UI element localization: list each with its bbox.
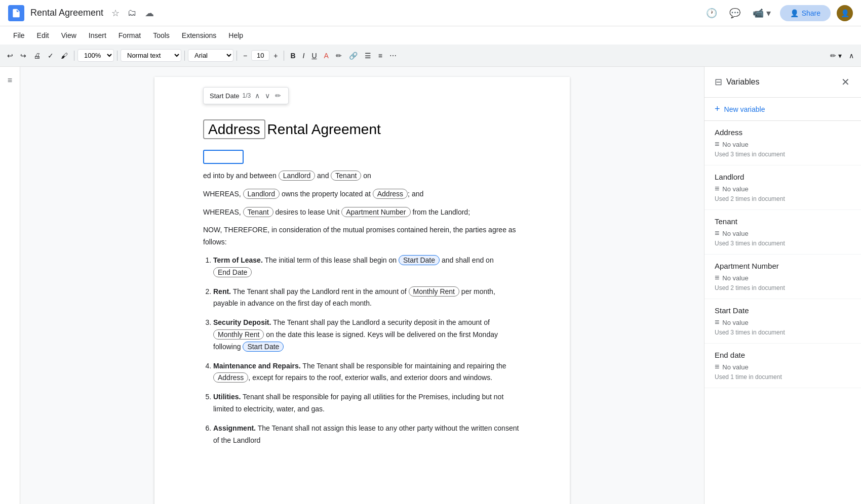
menu-insert[interactable]: Insert xyxy=(84,29,111,41)
var-name-address[interactable]: Address xyxy=(715,128,851,137)
start-date-chip-1[interactable]: Start Date xyxy=(399,255,440,265)
menu-view[interactable]: View xyxy=(56,29,82,41)
undo-button[interactable]: ↩ xyxy=(4,50,16,62)
var-value-text-apt: No value xyxy=(722,274,748,282)
var-name-landlord[interactable]: Landlord xyxy=(715,173,851,181)
doc-area: Start Date 1/3 ∧ ∨ ✏ Address Rental Agre… xyxy=(20,67,704,504)
find-next-button[interactable]: ∨ xyxy=(264,91,271,101)
link-button[interactable]: 🔗 xyxy=(346,50,361,62)
landlord-chip-p1[interactable]: Landlord xyxy=(279,171,316,181)
find-prev-button[interactable]: ∧ xyxy=(254,91,261,101)
var-item-startdate: Start Date ≡ No value Used 3 times in do… xyxy=(705,299,861,344)
var-name-startdate[interactable]: Start Date xyxy=(715,306,851,315)
menu-format[interactable]: Format xyxy=(113,29,146,41)
bold-button[interactable]: B xyxy=(287,50,298,62)
variables-panel: ⊟ Variables ✕ + New variable Address ≡ N… xyxy=(704,67,861,504)
menu-file[interactable]: File xyxy=(8,29,30,41)
para-4: NOW, THEREFORE, in consideration of the … xyxy=(203,224,521,248)
underline-button[interactable]: U xyxy=(308,50,320,62)
para-1: ed into by and between Landlord and Tena… xyxy=(203,170,521,182)
italic-button[interactable]: I xyxy=(300,50,308,62)
cloud-button[interactable]: ☁ xyxy=(143,6,156,21)
var-name-enddate[interactable]: End date xyxy=(715,351,851,359)
history-button[interactable]: 🕐 xyxy=(703,5,720,22)
find-edit-button[interactable]: ✏ xyxy=(274,91,282,101)
find-bar: Start Date 1/3 ∧ ∨ ✏ xyxy=(203,87,289,104)
plus-icon: + xyxy=(715,104,720,114)
redo-button[interactable]: ↪ xyxy=(17,50,29,62)
menu-extensions[interactable]: Extensions xyxy=(177,29,221,41)
user-avatar[interactable]: 👤 xyxy=(837,5,853,21)
edit-mode-button[interactable]: ✏ ▾ xyxy=(827,50,845,62)
sep5 xyxy=(284,51,284,61)
address-chip-p2[interactable]: Address xyxy=(373,189,408,199)
var-name-tenant[interactable]: Tenant xyxy=(715,217,851,226)
share-button[interactable]: 👤 Share xyxy=(780,5,831,21)
highlight-button[interactable]: ✏ xyxy=(333,50,345,62)
spellcheck-button[interactable]: ✓ xyxy=(45,50,57,62)
landlord-chip-p2[interactable]: Landlord xyxy=(243,189,280,199)
sep4 xyxy=(237,51,237,61)
comments-button[interactable]: 💬 xyxy=(726,5,743,22)
font-size-decrease[interactable]: − xyxy=(240,50,250,62)
menu-help[interactable]: Help xyxy=(223,29,248,41)
var-usage-startdate: Used 3 times in document xyxy=(715,329,851,336)
star-button[interactable]: ☆ xyxy=(109,6,122,21)
var-item-address: Address ≡ No value Used 3 times in docum… xyxy=(705,121,861,165)
list-button[interactable]: ☰ xyxy=(362,50,374,62)
style-select[interactable]: Normal text Heading 1 Heading 2 xyxy=(121,49,181,62)
meet-button[interactable]: 📹 ▾ xyxy=(750,5,774,22)
address-variable-chip-title[interactable]: Address xyxy=(203,119,265,139)
monthly-rent-chip-2[interactable]: Monthly Rent xyxy=(213,329,264,340)
toolbar: ↩ ↪ 🖨 ✓ 🖌 100% 75% 125% Normal text Head… xyxy=(0,45,861,67)
monthly-rent-chip-1[interactable]: Monthly Rent xyxy=(409,286,459,297)
address-chip-p4[interactable]: Address xyxy=(213,372,248,383)
tenant-chip-p3[interactable]: Tenant xyxy=(243,207,273,217)
start-date-chip-2[interactable]: Start Date xyxy=(243,342,284,352)
var-item-apt: Apartment Number ≡ No value Used 2 times… xyxy=(705,255,861,299)
cursor-input[interactable] xyxy=(203,150,244,164)
assignment-bold: Assignment. xyxy=(213,424,256,432)
folder-button[interactable]: 🗂 xyxy=(126,6,139,20)
panel-close-button[interactable]: ✕ xyxy=(840,75,851,89)
collapse-toolbar-button[interactable]: ∧ xyxy=(846,50,857,62)
var-value-text-landlord: No value xyxy=(722,185,748,193)
zoom-select[interactable]: 100% 75% 125% xyxy=(77,49,114,62)
end-date-chip-1[interactable]: End Date xyxy=(213,267,252,277)
font-size-increase[interactable]: + xyxy=(270,50,281,62)
var-usage-apt: Used 2 times in document xyxy=(715,284,851,291)
apt-chip-p3[interactable]: Apartment Number xyxy=(341,207,410,217)
font-select[interactable]: Arial Times New Roman xyxy=(188,49,233,62)
term-bold: Term of Lease. xyxy=(213,256,263,264)
text-color-button[interactable]: A xyxy=(321,50,332,62)
tenant-chip-p1[interactable]: Tenant xyxy=(331,171,361,181)
var-value-icon-enddate: ≡ xyxy=(715,362,719,371)
menu-tools[interactable]: Tools xyxy=(148,29,175,41)
para-3: WHEREAS, Tenant desires to lease Unit Ap… xyxy=(203,206,521,219)
var-value-row-startdate: ≡ No value xyxy=(715,318,851,327)
doc-title-area: Address Rental Agreement xyxy=(203,121,521,138)
para-2: WHEREAS, Landlord owns the property loca… xyxy=(203,188,521,200)
menu-edit[interactable]: Edit xyxy=(32,29,54,41)
var-value-text-startdate: No value xyxy=(722,319,748,326)
var-name-apt[interactable]: Apartment Number xyxy=(715,262,851,270)
var-item-enddate: End date ≡ No value Used 1 time in docum… xyxy=(705,344,861,388)
font-size-input[interactable] xyxy=(251,50,269,61)
top-right: 🕐 💬 📹 ▾ 👤 Share 👤 xyxy=(703,5,853,22)
paint-format-button[interactable]: 🖌 xyxy=(58,50,71,62)
more-button[interactable]: ⋯ xyxy=(386,50,400,62)
new-variable-button[interactable]: + New variable xyxy=(705,98,861,121)
doc-title: Rental Agreement xyxy=(30,8,103,18)
find-label: Start Date xyxy=(210,92,240,100)
var-item-landlord: Landlord ≡ No value Used 2 times in docu… xyxy=(705,165,861,210)
maintenance-bold: Maintenance and Repairs. xyxy=(213,362,301,370)
var-value-icon-startdate: ≡ xyxy=(715,318,719,327)
list-numbered-button[interactable]: ≡ xyxy=(375,50,385,62)
title-icons: ☆ 🗂 ☁ xyxy=(109,6,156,21)
rent-bold: Rent. xyxy=(213,287,231,296)
outline-toggle-button[interactable]: ≡ xyxy=(4,72,16,89)
var-usage-tenant: Used 3 times in document xyxy=(715,240,851,247)
outline-panel: ≡ xyxy=(0,67,20,504)
print-button[interactable]: 🖨 xyxy=(30,50,44,62)
var-value-row-apt: ≡ No value xyxy=(715,273,851,282)
